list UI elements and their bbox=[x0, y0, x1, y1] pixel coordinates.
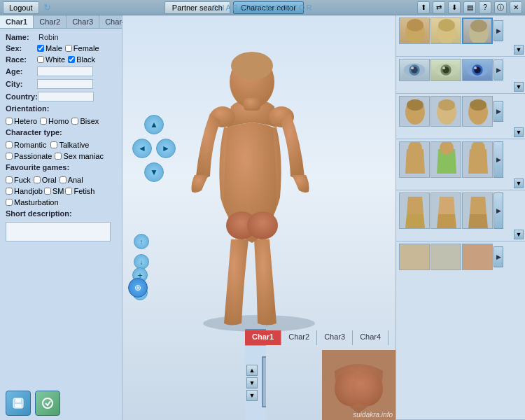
face-thumb-2[interactable] bbox=[430, 96, 461, 127]
black-checkbox-item[interactable]: Black bbox=[68, 55, 95, 64]
partner-search-button[interactable]: Partner search bbox=[164, 1, 230, 14]
hair-next-button[interactable]: ▶ bbox=[493, 20, 503, 41]
oral-item[interactable]: Oral bbox=[34, 176, 57, 184]
body-upper-scroll-button[interactable]: ▼ bbox=[514, 178, 524, 188]
hair-scroll-button[interactable]: ▼ bbox=[514, 45, 524, 55]
masturbation-checkbox[interactable] bbox=[6, 199, 13, 206]
rotate-up-button[interactable]: ▲ bbox=[144, 115, 164, 134]
feet-next-button[interactable]: ▶ bbox=[493, 246, 503, 267]
romantic-checkbox[interactable] bbox=[6, 141, 13, 148]
lower-body-thumb-2[interactable] bbox=[430, 192, 461, 229]
face-thumb-3[interactable] bbox=[462, 96, 493, 127]
body-upper-thumb-2[interactable] bbox=[430, 141, 461, 178]
city-input[interactable] bbox=[37, 79, 93, 89]
feet-thumb-2[interactable] bbox=[430, 244, 461, 270]
help-icon[interactable]: ? bbox=[479, 1, 491, 14]
anal-checkbox[interactable] bbox=[59, 176, 66, 183]
eyes-next-button[interactable]: ▶ bbox=[493, 59, 503, 80]
eye-thumb-2[interactable] bbox=[430, 59, 461, 81]
sex-maniac-checkbox[interactable] bbox=[55, 153, 62, 160]
passionate-checkbox[interactable] bbox=[6, 153, 13, 160]
lower-body-scroll-button[interactable]: ▼ bbox=[514, 230, 524, 239]
action-btn-2[interactable] bbox=[35, 391, 60, 416]
face-scroll-button[interactable]: ▼ bbox=[514, 127, 524, 137]
passionate-item[interactable]: Passionate bbox=[6, 152, 52, 160]
settings-icon[interactable]: ▤ bbox=[463, 1, 476, 14]
sex-maniac-item[interactable]: Sex maniac bbox=[55, 152, 103, 160]
nav-down-icon[interactable]: ⬇ bbox=[448, 1, 461, 14]
lower-body-thumb-1[interactable] bbox=[399, 192, 430, 229]
age-input[interactable] bbox=[37, 66, 93, 76]
white-checkbox[interactable] bbox=[37, 56, 44, 63]
handjob-item[interactable]: Handjob bbox=[6, 187, 43, 195]
move-up-button[interactable]: ↑ bbox=[134, 234, 149, 249]
hetero-checkbox[interactable] bbox=[6, 118, 13, 125]
eye-thumb-3[interactable] bbox=[462, 59, 493, 81]
tab-char3[interactable]: Char3 bbox=[66, 15, 99, 28]
male-checkbox[interactable] bbox=[37, 45, 44, 52]
homo-checkbox[interactable] bbox=[40, 118, 47, 125]
eye-thumb-1[interactable] bbox=[399, 59, 430, 81]
bottom-tab-char4[interactable]: Char4 bbox=[353, 330, 388, 345]
rotate-left-button[interactable]: ◄ bbox=[132, 139, 152, 158]
logout-button[interactable]: Logout bbox=[3, 1, 39, 14]
nav-arrow-icon[interactable]: ⬆ bbox=[417, 1, 430, 14]
handjob-checkbox[interactable] bbox=[6, 188, 13, 195]
feet-thumb-3[interactable] bbox=[462, 244, 493, 270]
lower-body-thumb-3[interactable] bbox=[462, 192, 493, 229]
char-editor-button[interactable]: Character editor bbox=[233, 1, 304, 14]
fuck-checkbox[interactable] bbox=[6, 176, 13, 183]
fetish-checkbox[interactable] bbox=[65, 188, 72, 195]
feet-thumb-1[interactable] bbox=[399, 244, 430, 270]
rotate-down-button[interactable]: ▼ bbox=[144, 162, 164, 182]
hair-thumb-1[interactable] bbox=[399, 18, 430, 44]
scroll-up-button[interactable]: ▲ bbox=[246, 365, 258, 376]
refresh-icon[interactable]: ↻ bbox=[43, 2, 51, 13]
sm-item[interactable]: SM bbox=[44, 187, 64, 195]
talkative-item[interactable]: Talkative bbox=[50, 141, 89, 149]
close-icon[interactable]: ✕ bbox=[510, 1, 522, 14]
homo-item[interactable]: Homo bbox=[40, 117, 69, 125]
white-checkbox-item[interactable]: White bbox=[37, 55, 65, 64]
female-checkbox-item[interactable]: Female bbox=[65, 44, 99, 52]
talkative-checkbox[interactable] bbox=[50, 141, 57, 148]
bisex-item[interactable]: Bisex bbox=[71, 117, 99, 125]
save-button[interactable] bbox=[6, 391, 31, 416]
oral-checkbox[interactable] bbox=[34, 176, 41, 183]
eyes-scroll-button[interactable]: ▼ bbox=[514, 82, 524, 92]
body-upper-next-button[interactable]: ▶ bbox=[493, 141, 503, 178]
scroll-down-button[interactable]: ▼ bbox=[246, 377, 258, 388]
male-checkbox-item[interactable]: Male bbox=[37, 44, 62, 52]
sm-checkbox[interactable] bbox=[44, 188, 51, 195]
face-next-button[interactable]: ▶ bbox=[493, 101, 503, 122]
hair-thumb-3[interactable] bbox=[462, 18, 493, 44]
feet-svg-3 bbox=[463, 244, 493, 270]
tab-char2[interactable]: Char2 bbox=[34, 15, 66, 28]
masturbation-item[interactable]: Masturbation bbox=[6, 198, 59, 206]
info-icon[interactable]: ⓘ bbox=[494, 1, 507, 14]
select-button[interactable]: ⊕ bbox=[128, 278, 148, 298]
chat-avatar[interactable] bbox=[262, 356, 266, 407]
bottom-tab-char1[interactable]: Char1 bbox=[245, 330, 281, 345]
hetero-item[interactable]: Hetero bbox=[6, 117, 37, 125]
face-thumb-1[interactable] bbox=[399, 96, 430, 127]
rotate-right-button[interactable]: ► bbox=[156, 139, 176, 158]
nav-arrows-icon[interactable]: ⇄ bbox=[433, 1, 445, 14]
short-desc-input[interactable] bbox=[6, 222, 111, 241]
fetish-item[interactable]: Fetish bbox=[65, 187, 94, 195]
romantic-item[interactable]: Romantic bbox=[6, 141, 46, 149]
scroll-down-button-2[interactable]: ▼ bbox=[246, 390, 258, 401]
tab-char1[interactable]: Char1 bbox=[0, 15, 34, 28]
body-upper-thumb-1[interactable] bbox=[399, 141, 430, 178]
black-checkbox[interactable] bbox=[68, 56, 75, 63]
bottom-tab-char2[interactable]: Char2 bbox=[281, 330, 317, 345]
anal-item[interactable]: Anal bbox=[59, 176, 83, 184]
bottom-tab-char3[interactable]: Char3 bbox=[317, 330, 353, 345]
country-input[interactable] bbox=[38, 92, 94, 102]
body-upper-thumb-3[interactable] bbox=[462, 141, 493, 178]
female-checkbox[interactable] bbox=[65, 45, 72, 52]
lower-body-next-button[interactable]: ▶ bbox=[493, 192, 503, 229]
fuck-item[interactable]: Fuck bbox=[6, 176, 31, 184]
hair-thumb-2[interactable] bbox=[430, 18, 461, 44]
bisex-checkbox[interactable] bbox=[71, 118, 78, 125]
